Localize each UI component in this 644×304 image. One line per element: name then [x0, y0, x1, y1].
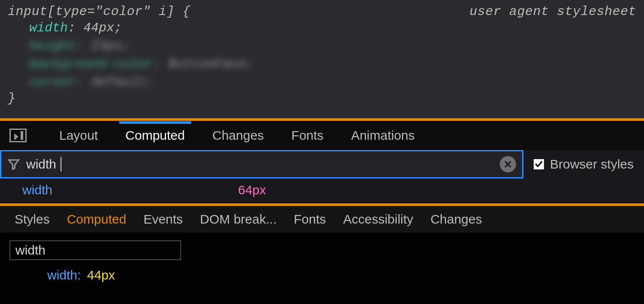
rule-selector[interactable]: input[type="color" i] { [8, 4, 191, 19]
checkbox-icon[interactable] [534, 159, 544, 169]
ff-tabbar: Layout Computed Changes Fonts Animations [0, 121, 644, 150]
tab-accessibility[interactable]: Accessibility [343, 212, 413, 227]
declaration-value: default [91, 75, 145, 89]
browser-styles-toggle[interactable]: Browser styles [523, 150, 644, 178]
tab-changes[interactable]: Changes [431, 212, 482, 227]
firefox-computed-panel: Layout Computed Changes Fonts Animations… [0, 121, 644, 203]
filter-box[interactable]: width [0, 150, 523, 178]
chrome-prop-value: 44px [87, 268, 115, 282]
computed-result-row[interactable]: width 64px [0, 178, 644, 203]
computed-property-name: width [22, 183, 52, 197]
css-rule-panel: input[type="color" i] { user agent style… [0, 0, 644, 118]
text-caret [61, 157, 61, 172]
tab-dom-breakpoints[interactable]: DOM break... [200, 212, 276, 227]
tab-styles[interactable]: Styles [15, 212, 50, 227]
tab-computed[interactable]: Computed [122, 122, 188, 149]
sidebar-toggle-icon[interactable] [9, 129, 27, 142]
chrome-filter-input[interactable] [9, 240, 181, 260]
chrome-computed-row[interactable]: width: 44px [9, 268, 635, 283]
chrome-tabbar: Styles Computed Events DOM break... Font… [0, 206, 644, 233]
clear-filter-button[interactable] [500, 156, 516, 172]
tab-changes[interactable]: Changes [209, 122, 267, 149]
filter-icon [7, 158, 20, 171]
declaration-property: width [29, 21, 68, 35]
tab-fonts[interactable]: Fonts [294, 212, 326, 227]
rule-close-brace: } [8, 91, 636, 106]
tab-fonts[interactable]: Fonts [288, 122, 327, 149]
tab-layout[interactable]: Layout [56, 122, 101, 149]
computed-property-value: 64px [52, 183, 632, 197]
declaration-property: background-color [29, 57, 153, 71]
tab-events[interactable]: Events [143, 212, 183, 227]
tab-animations[interactable]: Animations [348, 122, 418, 149]
filter-input-text[interactable]: width [26, 157, 56, 172]
declaration-value: 44px [83, 21, 114, 35]
chrome-prop-name: width [47, 268, 77, 282]
declaration-value: 23px [91, 39, 122, 53]
css-declaration: height: 23px; [29, 37, 636, 55]
rule-source-label: user agent stylesheet [469, 4, 636, 19]
chrome-computed-panel: Styles Computed Events DOM break... Font… [0, 206, 644, 290]
tab-computed[interactable]: Computed [67, 212, 126, 227]
css-declaration: background-color: ButtonFace; [29, 55, 636, 73]
declaration-value: ButtonFace [168, 57, 246, 71]
css-declaration[interactable]: width: 44px; [29, 19, 636, 37]
browser-styles-label: Browser styles [550, 157, 634, 172]
declaration-property: cursor [29, 75, 76, 89]
declaration-property: height [29, 39, 76, 53]
css-declaration: cursor: default; [29, 73, 636, 91]
